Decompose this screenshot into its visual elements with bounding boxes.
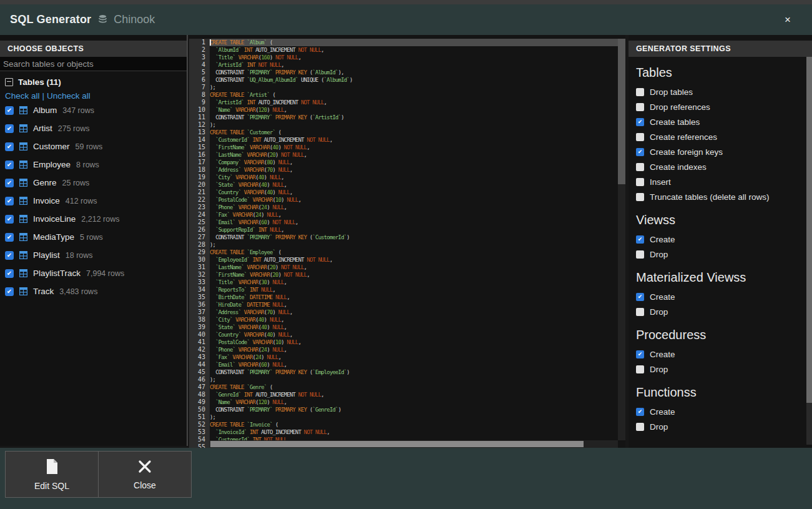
table-checkbox[interactable] [5,124,14,133]
line-number: 17 [189,159,210,166]
settings-option[interactable]: Create [636,289,812,304]
settings-section-title: Tables [636,66,812,80]
table-icon [19,215,27,223]
table-row[interactable]: Artist275 rows [0,119,187,137]
tables-group-header[interactable]: Tables (11) [0,71,187,87]
table-checkbox[interactable] [5,215,14,224]
table-row[interactable]: InvoiceLine2,212 rows [0,210,187,228]
settings-checkbox[interactable] [636,193,644,201]
line-number: 24 [189,211,210,219]
sql-code-editor[interactable]: 1234567891011121314151617181920212223242… [189,35,625,448]
line-number: 6 [189,76,210,84]
editor-vertical-scrollbar-thumb[interactable] [618,39,625,184]
settings-checkbox[interactable] [636,250,644,259]
settings-option[interactable]: Create [636,232,812,247]
settings-checkbox[interactable] [636,423,644,431]
settings-option-label: Drop tables [650,87,693,97]
settings-checkbox[interactable] [636,133,644,141]
settings-checkbox[interactable] [636,103,644,111]
edit-sql-button[interactable]: Edit SQL [5,451,99,498]
settings-checkbox[interactable] [636,118,644,126]
settings-checkbox[interactable] [636,178,644,186]
table-checkbox[interactable] [5,142,14,151]
code-line: `ArtistId` INT AUTO_INCREMENT NOT NULL, [210,99,618,106]
table-checkbox[interactable] [5,161,14,169]
table-checkbox[interactable] [5,197,14,205]
settings-vertical-scrollbar-thumb[interactable] [806,57,812,403]
table-row[interactable]: Album347 rows [0,101,187,119]
code-line: `ArtistId` INT NOT NULL, [210,61,618,69]
settings-option[interactable]: Drop [636,247,812,262]
table-row-count: 275 rows [58,124,90,133]
settings-checkbox[interactable] [636,293,644,301]
table-row[interactable]: Employee8 rows [0,156,187,174]
settings-option[interactable]: Truncate tables (delete all rows) [636,189,812,204]
search-input[interactable] [0,57,187,71]
table-row-count: 5 rows [80,233,103,242]
table-checkbox[interactable] [5,179,14,187]
table-checkbox[interactable] [5,287,14,296]
settings-option[interactable]: Create references [636,129,812,144]
line-number: 41 [189,339,210,346]
line-number: 21 [189,189,210,196]
settings-checkbox[interactable] [636,308,644,316]
settings-option[interactable]: Create tables [636,114,812,129]
table-row[interactable]: Customer59 rows [0,137,187,156]
table-checkbox[interactable] [5,269,14,278]
settings-checkbox[interactable] [636,148,644,156]
settings-checkbox[interactable] [636,163,644,171]
settings-option-label: Drop [650,307,668,317]
settings-option[interactable]: Drop [636,304,812,319]
table-name: Customer [33,142,70,151]
settings-vertical-scrollbar[interactable] [806,57,812,445]
table-icon [19,251,27,259]
collapse-icon[interactable] [5,78,13,86]
settings-option[interactable]: Create foreign keys [636,144,812,159]
table-row[interactable]: PlaylistTrack7,994 rows [0,264,187,282]
line-number: 11 [189,114,210,121]
table-row[interactable]: Genre25 rows [0,174,187,192]
settings-checkbox[interactable] [636,408,644,416]
settings-option[interactable]: Create [636,347,812,362]
document-icon [46,458,59,477]
check-all-link[interactable]: Check all [5,91,40,101]
settings-option[interactable]: Insert [636,174,812,189]
table-row[interactable]: Playlist18 rows [0,246,187,264]
settings-checkbox[interactable] [636,365,644,373]
editor-horizontal-scrollbar[interactable] [210,440,618,448]
settings-checkbox[interactable] [636,235,644,244]
link-separator: | [40,91,47,101]
table-checkbox[interactable] [5,106,14,115]
line-number: 54 [189,436,210,443]
table-checkbox[interactable] [5,251,14,260]
line-number: 33 [189,279,210,286]
table-icon [19,197,27,205]
close-dialog-icon[interactable]: × [785,14,791,25]
settings-option[interactable]: Drop [636,419,812,434]
settings-checkbox[interactable] [636,88,644,96]
editor-horizontal-scrollbar-thumb[interactable] [210,441,584,447]
settings-option[interactable]: Drop tables [636,84,812,99]
settings-option[interactable]: Create indexes [636,159,812,174]
table-row[interactable]: Track3,483 rows [0,282,187,300]
code-line: `LastName` VARCHAR(20) NOT NULL, [210,151,618,159]
settings-option[interactable]: Create [636,404,812,419]
line-number: 25 [189,219,210,226]
settings-section-title: Proceduress [636,328,812,342]
settings-checkbox[interactable] [636,350,644,358]
line-number: 52 [189,421,210,428]
table-row[interactable]: MediaType5 rows [0,228,187,246]
table-row[interactable]: Invoice412 rows [0,192,187,210]
line-number: 50 [189,406,210,413]
edit-sql-label: Edit SQL [34,481,69,491]
settings-option[interactable]: Drop [636,362,812,377]
close-button[interactable]: Close [98,451,192,498]
table-icon [19,179,27,187]
code-line: ); [210,413,618,421]
editor-vertical-scrollbar[interactable] [618,39,625,440]
settings-option-label: Insert [650,177,671,187]
uncheck-all-link[interactable]: Uncheck all [47,91,90,101]
database-icon [97,14,108,25]
table-checkbox[interactable] [5,233,14,242]
settings-option[interactable]: Drop references [636,99,812,114]
